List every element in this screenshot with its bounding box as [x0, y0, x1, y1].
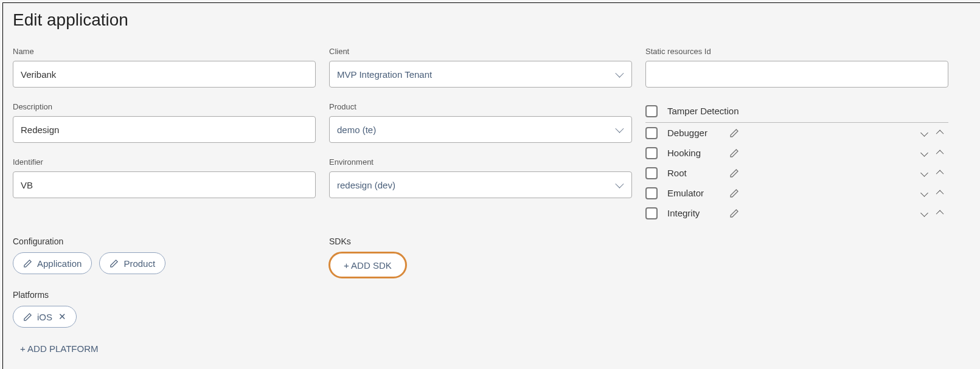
reorder-arrows [922, 190, 948, 196]
platforms-block: Platforms iOS ✕ + ADD PLATFORM [13, 290, 316, 359]
chevron-up-icon[interactable] [936, 210, 944, 218]
chevron-up-icon[interactable] [936, 170, 944, 178]
tamper-detection-row: Tamper Detection [645, 102, 948, 123]
column-left-lower: Configuration Application Product Platfo… [13, 236, 316, 359]
root-label: Root [667, 168, 720, 178]
product-chip[interactable]: Product [99, 252, 165, 274]
hooking-row: Hooking [645, 143, 948, 163]
hooking-checkbox[interactable] [645, 147, 658, 159]
client-field: Client MVP Integration Tenant [329, 47, 632, 88]
detection-list: Tamper Detection Debugger Hooking [645, 102, 948, 223]
add-sdk-label: + ADD SDK [344, 260, 392, 271]
emulator-label: Emulator [667, 188, 720, 198]
pencil-icon [109, 259, 119, 268]
configuration-chips: Application Product [13, 252, 316, 274]
form-columns: Name Veribank Description Redesign Ident… [13, 47, 972, 223]
environment-select[interactable]: redesign (dev) [329, 171, 632, 198]
column-right: Static resources Id Tamper Detection Deb… [645, 47, 948, 223]
integrity-checkbox[interactable] [645, 207, 658, 219]
product-value: demo (te) [337, 125, 376, 135]
static-resources-input[interactable] [645, 61, 948, 88]
ios-platform-chip[interactable]: iOS ✕ [13, 306, 77, 328]
debugger-row: Debugger [645, 123, 948, 143]
reorder-arrows [922, 170, 948, 176]
debugger-checkbox[interactable] [645, 127, 658, 139]
chevron-down-icon[interactable] [920, 169, 928, 177]
static-resources-field: Static resources Id [645, 47, 948, 88]
edit-application-panel: Edit application Name Veribank Descripti… [2, 2, 980, 369]
add-sdk-button[interactable]: + ADD SDK [328, 252, 407, 278]
application-chip[interactable]: Application [13, 252, 92, 274]
page-title: Edit application [13, 10, 972, 30]
client-select[interactable]: MVP Integration Tenant [329, 61, 632, 88]
chevron-up-icon[interactable] [936, 190, 944, 198]
pencil-icon[interactable] [729, 188, 739, 198]
static-resources-label: Static resources Id [645, 47, 948, 56]
client-value: MVP Integration Tenant [337, 69, 432, 80]
application-chip-label: Application [37, 258, 82, 269]
name-label: Name [13, 47, 316, 56]
emulator-row: Emulator [645, 183, 948, 203]
platforms-label: Platforms [13, 290, 316, 300]
add-platform-button[interactable]: + ADD PLATFORM [20, 337, 99, 359]
description-label: Description [13, 102, 316, 111]
reorder-arrows [922, 150, 948, 156]
pencil-icon[interactable] [729, 168, 739, 178]
identifier-label: Identifier [13, 157, 316, 167]
name-input[interactable]: Veribank [13, 61, 316, 88]
configuration-label: Configuration [13, 236, 316, 246]
name-value: Veribank [21, 69, 56, 80]
chevron-down-icon [615, 180, 624, 188]
product-chip-label: Product [123, 258, 155, 269]
reorder-arrows [922, 210, 948, 216]
root-checkbox[interactable] [645, 167, 658, 179]
column-left: Name Veribank Description Redesign Ident… [13, 47, 316, 223]
pencil-icon [23, 259, 32, 268]
client-label: Client [329, 47, 632, 56]
chevron-down-icon [615, 69, 624, 78]
product-field: Product demo (te) [329, 102, 632, 143]
identifier-field: Identifier VB [13, 157, 316, 198]
hooking-label: Hooking [667, 148, 720, 158]
name-field: Name Veribank [13, 47, 316, 88]
description-value: Redesign [21, 125, 59, 135]
environment-field: Environment redesign (dev) [329, 157, 632, 198]
identifier-value: VB [21, 180, 33, 190]
environment-label: Environment [329, 157, 632, 167]
pencil-icon [23, 312, 32, 322]
pencil-icon[interactable] [729, 148, 739, 158]
pencil-icon[interactable] [729, 209, 739, 218]
integrity-row: Integrity [645, 203, 948, 223]
product-select[interactable]: demo (te) [329, 116, 632, 143]
chevron-down-icon[interactable] [920, 189, 928, 197]
root-row: Root [645, 163, 948, 183]
product-label: Product [329, 102, 632, 111]
chevron-up-icon[interactable] [936, 150, 944, 158]
identifier-input[interactable]: VB [13, 171, 316, 198]
chevron-down-icon[interactable] [920, 149, 928, 157]
column-middle-lower: SDKs + ADD SDK [329, 236, 632, 278]
chevron-down-icon[interactable] [920, 129, 928, 137]
emulator-checkbox[interactable] [645, 187, 658, 199]
sdks-label: SDKs [329, 236, 632, 246]
platforms-chips: iOS ✕ [13, 306, 316, 328]
reorder-arrows [922, 130, 948, 136]
close-icon[interactable]: ✕ [58, 311, 66, 322]
ios-chip-label: iOS [37, 312, 52, 322]
integrity-label: Integrity [667, 208, 720, 218]
description-field: Description Redesign [13, 102, 316, 143]
tamper-detection-checkbox[interactable] [645, 105, 658, 117]
chevron-down-icon[interactable] [920, 209, 928, 217]
column-middle: Client MVP Integration Tenant Product de… [329, 47, 632, 223]
chevron-down-icon [615, 125, 624, 133]
chevron-up-icon[interactable] [936, 130, 944, 138]
environment-value: redesign (dev) [337, 180, 395, 190]
debugger-label: Debugger [667, 128, 720, 138]
tamper-detection-label: Tamper Detection [667, 106, 948, 116]
description-input[interactable]: Redesign [13, 116, 316, 143]
pencil-icon[interactable] [729, 128, 739, 138]
